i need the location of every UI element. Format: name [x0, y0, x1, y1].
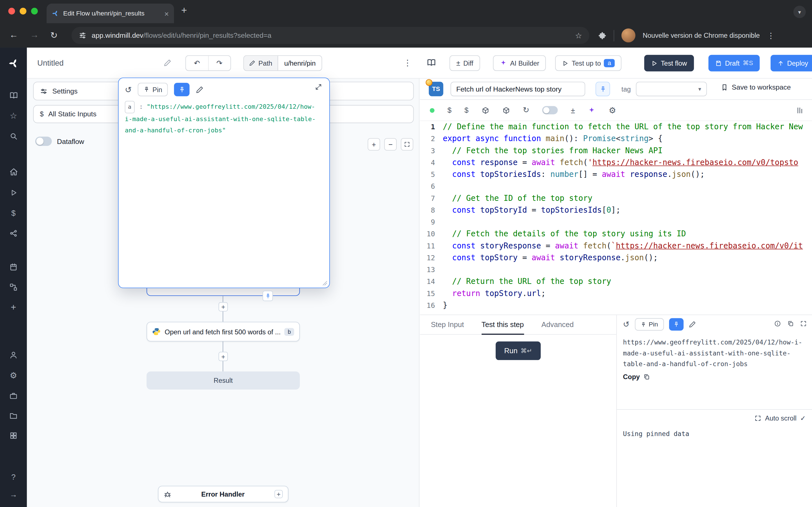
node-pin-indicator[interactable]	[262, 291, 273, 301]
draft-button[interactable]: Draft⌘S	[709, 55, 760, 71]
window-close-button[interactable]	[8, 8, 15, 15]
step-summary-input[interactable]: Fetch url of HackerNews top story	[451, 82, 585, 96]
run-button[interactable]: Run ⌘↵	[495, 341, 541, 360]
tab-advanced[interactable]: Advanced	[541, 315, 573, 335]
step-header: TS Fetch url of HackerNews top story tag…	[420, 78, 812, 100]
history-icon[interactable]: ↺	[125, 84, 132, 94]
pinned-arg-json[interactable]: a : "https://www.geoffreylitt.com/2025/0…	[125, 101, 322, 136]
edit-pencil-icon[interactable]	[689, 321, 696, 328]
browser-tab[interactable]: Edit Flow u/henri/pin_results ×	[47, 4, 174, 23]
window-minimize-button[interactable]	[20, 8, 27, 15]
sidebar-item-favorites[interactable]: ☆	[0, 108, 27, 123]
sidebar-item-resources[interactable]	[0, 226, 27, 241]
sidebar-item-workers[interactable]	[0, 388, 27, 404]
sidebar-item-account[interactable]	[0, 347, 27, 362]
sidebar-item-runs[interactable]	[0, 185, 27, 200]
resize-handle-icon[interactable]	[322, 281, 327, 286]
copy-button[interactable]: Copy	[623, 373, 650, 381]
fit-view-button[interactable]	[401, 138, 413, 151]
docs-book-icon[interactable]	[426, 58, 436, 67]
save-to-workspace-button[interactable]: Save to workspace	[721, 83, 791, 91]
diff-mode-icon[interactable]: ±	[571, 106, 575, 115]
sidebar-item-help[interactable]: ?	[0, 469, 27, 484]
ai-builder-button[interactable]: AI Builder	[493, 55, 546, 71]
extensions-puzzle-icon[interactable]	[598, 31, 606, 40]
diff-button[interactable]: ±Diff	[449, 55, 480, 71]
pin-toggle-button[interactable]: Pin	[635, 318, 664, 331]
chrome-menu-kebab-icon[interactable]: ⋮	[767, 31, 775, 40]
insert-step-button[interactable]: +	[218, 352, 228, 361]
sidebar-item-triggers[interactable]	[0, 279, 27, 295]
variables-dollar-icon[interactable]: $	[448, 106, 451, 114]
profile-avatar[interactable]	[621, 29, 636, 43]
chrome-update-notice[interactable]: Nouvelle version de Chrome disponible	[643, 32, 760, 40]
edit-pencil-icon[interactable]	[196, 86, 204, 94]
code-editor[interactable]: 1// Define the main function to fetch th…	[420, 121, 812, 315]
tab-search-chevron-icon[interactable]: ▾	[794, 6, 806, 18]
pin-active-button[interactable]	[669, 318, 683, 331]
sidebar-item-search[interactable]	[0, 128, 27, 144]
tab-step-input[interactable]: Step Input	[431, 315, 464, 335]
diff-label: Diff	[463, 59, 473, 67]
tag-select[interactable]: ▾	[636, 82, 707, 96]
package-icon[interactable]	[481, 106, 489, 114]
sidebar-item-home[interactable]	[0, 164, 27, 179]
editor-settings-gear-icon[interactable]: ⚙	[609, 105, 616, 115]
path-input[interactable]: u/henri/pin	[278, 56, 322, 70]
error-handler-node[interactable]: Error Handler +	[158, 486, 289, 503]
reset-refresh-icon[interactable]: ↻	[523, 106, 529, 115]
step-pin-button[interactable]	[596, 82, 610, 96]
sidebar-item-add[interactable]: +	[0, 299, 27, 315]
box-icon[interactable]	[502, 106, 510, 114]
deploy-button[interactable]: Deploy	[770, 55, 812, 71]
auto-scroll-control[interactable]: Auto scroll ✓	[617, 410, 806, 427]
expand-popup-icon[interactable]	[315, 83, 322, 91]
reload-icon[interactable]: ↻	[50, 30, 57, 41]
url-text[interactable]: app.windmill.dev/flows/edit/u/henri/pin_…	[92, 32, 570, 40]
sidebar-item-apps-grid[interactable]	[0, 428, 27, 443]
copy-result-icon[interactable]	[787, 320, 794, 327]
zoom-in-button[interactable]: +	[368, 138, 380, 151]
edit-title-pencil-icon[interactable]	[163, 59, 171, 67]
resources-dollar-icon[interactable]: $	[464, 106, 468, 114]
add-error-handler-button[interactable]: +	[274, 490, 283, 498]
redo-button[interactable]: ↷	[208, 56, 231, 70]
window-zoom-button[interactable]	[31, 8, 38, 15]
insert-step-button[interactable]: +	[218, 302, 228, 312]
new-tab-button[interactable]: +	[181, 5, 187, 16]
line-number: 6	[420, 180, 443, 192]
history-icon[interactable]: ↺	[623, 320, 629, 329]
test-up-to-button[interactable]: Test up toa	[555, 55, 621, 71]
site-settings-icon[interactable]	[79, 32, 87, 40]
sidebar-item-variables[interactable]: $	[0, 205, 27, 220]
dataflow-toggle[interactable]	[35, 136, 52, 146]
path-button[interactable]: Path	[244, 56, 278, 70]
test-flow-button[interactable]: Test flow	[644, 55, 694, 71]
sidebar-item-docs[interactable]	[0, 87, 27, 103]
bookmark-star-icon[interactable]: ☆	[575, 31, 582, 40]
forward-icon[interactable]: →	[30, 30, 39, 41]
zoom-out-button[interactable]: −	[384, 138, 397, 151]
flow-node-result[interactable]: Result	[147, 372, 300, 390]
omnibox[interactable]: app.windmill.dev/flows/edit/u/henri/pin_…	[71, 27, 589, 44]
ai-wand-icon[interactable]	[588, 106, 596, 114]
sidebar-collapse-arrow-icon[interactable]: →	[0, 487, 27, 502]
sidebar-item-schedules[interactable]	[0, 259, 27, 275]
windmill-logo-icon[interactable]	[0, 55, 27, 71]
tab-close-icon[interactable]: ×	[164, 10, 169, 17]
library-panel-icon[interactable]	[796, 106, 804, 114]
editor-toggle[interactable]	[542, 106, 558, 114]
flow-node-b[interactable]: Open url and fetch first 500 words of ..…	[147, 322, 300, 341]
undo-button[interactable]: ↶	[186, 56, 208, 70]
flow-title[interactable]: Untitled	[37, 59, 63, 67]
expand-result-icon[interactable]	[800, 320, 807, 327]
pin-active-button[interactable]	[174, 83, 190, 96]
sidebar-item-settings[interactable]: ⚙	[0, 367, 27, 383]
pinned-result-value[interactable]: https://www.geoffreylitt.com/2025/04/12/…	[623, 337, 806, 370]
info-icon[interactable]	[774, 320, 781, 327]
tab-test-this-step[interactable]: Test this step	[481, 315, 524, 335]
pin-toggle-button[interactable]: Pin	[138, 83, 168, 96]
more-options-kebab-icon[interactable]: ⋮	[403, 58, 412, 68]
sidebar-item-folders[interactable]	[0, 408, 27, 424]
back-icon[interactable]: ←	[9, 30, 18, 41]
